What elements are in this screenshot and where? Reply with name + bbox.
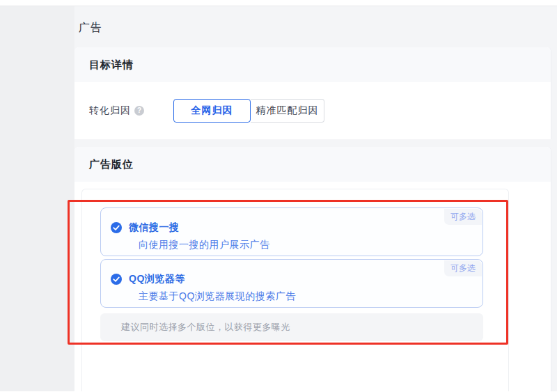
option-description: 向使用搜一搜的用户展示广告 xyxy=(139,239,483,251)
check-circle-icon xyxy=(111,222,122,233)
ad-placement-card-header: 广告版位 xyxy=(74,147,551,182)
top-divider xyxy=(0,0,557,6)
attribution-option-exact-match[interactable]: 精准匹配归因 xyxy=(251,99,324,123)
ad-placement-card: 广告版位 可多选 微信搜一搜 向使用搜一 xyxy=(74,147,551,391)
multi-select-badge: 可多选 xyxy=(444,260,482,276)
placement-selection-panel: 可多选 微信搜一搜 向使用搜一搜的用户展示广告 可多选 xyxy=(81,189,509,391)
conversion-attribution-row: 转化归因 ? 全网归因 精准匹配归因 xyxy=(74,82,551,139)
option-title: QQ浏览器等 xyxy=(129,273,185,285)
placement-option-qq-browser[interactable]: 可多选 QQ浏览器等 主要基于QQ浏览器展现的搜索广告 xyxy=(100,259,483,308)
page-title: 广告 xyxy=(74,6,551,47)
placement-option-wechat-search[interactable]: 可多选 微信搜一搜 向使用搜一搜的用户展示广告 xyxy=(100,207,483,256)
attribution-option-full-network[interactable]: 全网归因 xyxy=(173,99,251,123)
check-circle-icon xyxy=(111,274,122,285)
attribution-segmented-control: 全网归因 精准匹配归因 xyxy=(173,99,324,123)
page-viewport: 广告 目标详情 转化归因 ? 全网归因 精准匹配归因 广告版位 xyxy=(0,0,557,392)
conversion-attribution-label: 转化归因 xyxy=(89,104,131,117)
ad-placement-body: 可多选 微信搜一搜 向使用搜一搜的用户展示广告 可多选 xyxy=(74,182,551,391)
target-detail-card: 目标详情 转化归因 ? 全网归因 精准匹配归因 xyxy=(74,47,551,139)
option-title: 微信搜一搜 xyxy=(129,221,180,234)
option-title-row: QQ浏览器等 xyxy=(111,273,483,285)
help-icon[interactable]: ? xyxy=(134,106,144,116)
target-detail-card-header: 目标详情 xyxy=(74,47,551,82)
main-content: 广告 目标详情 转化归因 ? 全网归因 精准匹配归因 广告版位 xyxy=(74,6,551,391)
placement-hint: 建议同时选择多个版位，以获得更多曝光 xyxy=(100,313,483,341)
conversion-attribution-label-wrap: 转化归因 ? xyxy=(74,104,173,117)
multi-select-badge: 可多选 xyxy=(444,209,482,225)
left-margin-strip xyxy=(0,6,74,391)
option-title-row: 微信搜一搜 xyxy=(111,221,483,234)
option-description: 主要基于QQ浏览器展现的搜索广告 xyxy=(139,290,483,303)
page-body: 广告 目标详情 转化归因 ? 全网归因 精准匹配归因 广告版位 xyxy=(0,6,557,391)
